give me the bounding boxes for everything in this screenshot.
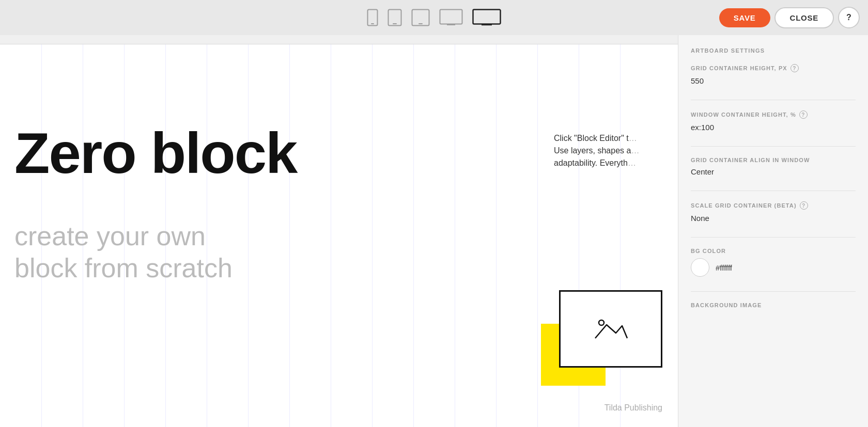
divider-2 — [691, 146, 856, 147]
preview-bordered-block — [559, 290, 662, 368]
divider-4 — [691, 237, 856, 238]
device-tablet[interactable] — [411, 9, 430, 26]
panel-field-scale: SCALE GRID CONTAINER (BETA) ? None — [691, 201, 856, 223]
divider-1 — [691, 100, 856, 100]
close-button[interactable]: CLOSE — [774, 7, 834, 28]
panel-field-value-grid-height: 550 — [691, 76, 856, 85]
panel-field-value-window-height: ex:100 — [691, 123, 856, 132]
panel-field-value-scale: None — [691, 214, 856, 223]
svg-rect-0 — [368, 10, 378, 26]
toolbar-actions: SAVE CLOSE ? — [719, 0, 868, 35]
help-icon-window-height[interactable]: ? — [799, 110, 808, 119]
canvas-area: Zero block create your own block from sc… — [0, 35, 678, 427]
description-text: Click "Block Editor" t… Use layers, shap… — [554, 132, 662, 169]
ruler — [0, 35, 678, 44]
hero-title: Zero block — [14, 124, 297, 182]
main-area: Zero block create your own block from sc… — [0, 35, 868, 427]
device-desktop-small[interactable] — [439, 9, 463, 26]
device-desktop[interactable] — [472, 9, 501, 26]
panel-field-bg-color: BG COLOR #ffffff — [691, 248, 856, 277]
divider-3 — [691, 191, 856, 191]
svg-rect-5 — [419, 23, 423, 24]
bg-color-row: #ffffff — [691, 258, 856, 277]
panel-field-label-align: GRID CONTAINER ALIGN IN WINDOW — [691, 157, 856, 163]
svg-point-12 — [599, 320, 604, 325]
right-panel: ARTBOARD SETTINGS GRID CONTAINER HEIGHT,… — [678, 35, 868, 427]
panel-field-label-bg-color: BG COLOR — [691, 248, 856, 254]
panel-field-label-scale: SCALE GRID CONTAINER (BETA) ? — [691, 201, 856, 210]
bg-color-swatch[interactable] — [691, 258, 709, 277]
panel-field-bg-image: BACKGROUND IMAGE — [691, 302, 856, 308]
svg-rect-6 — [440, 10, 462, 24]
panel-field-grid-height: GRID CONTAINER HEIGHT, PX ? 550 — [691, 64, 856, 85]
svg-rect-2 — [389, 10, 401, 26]
device-mobile-small[interactable] — [367, 9, 378, 26]
panel-field-label-grid-height: GRID CONTAINER HEIGHT, PX ? — [691, 64, 856, 72]
svg-rect-1 — [371, 23, 374, 24]
hero-subtitle: create your own block from scratch — [14, 220, 233, 284]
canvas-content: Zero block create your own block from sc… — [0, 44, 678, 427]
bg-color-hex: #ffffff — [716, 263, 732, 272]
device-mobile[interactable] — [388, 9, 402, 26]
block-preview — [541, 290, 662, 386]
save-button[interactable]: SAVE — [719, 8, 770, 27]
help-icon-scale[interactable]: ? — [800, 201, 808, 210]
svg-rect-9 — [473, 10, 501, 24]
panel-field-value-align[interactable]: Center — [691, 167, 856, 176]
panel-section-title: ARTBOARD SETTINGS — [691, 48, 856, 54]
svg-rect-3 — [393, 23, 397, 24]
panel-field-label-bg-image: BACKGROUND IMAGE — [691, 302, 856, 308]
device-switcher — [367, 9, 501, 26]
divider-5 — [691, 291, 856, 292]
help-icon-grid-height[interactable]: ? — [791, 64, 799, 72]
tilda-publishing-label: Tilda Publishing — [605, 403, 662, 413]
panel-field-window-height: WINDOW CONTAINER HEIGHT, % ? ex:100 — [691, 110, 856, 132]
toolbar: SAVE CLOSE ? — [0, 0, 868, 35]
panel-field-align: GRID CONTAINER ALIGN IN WINDOW Center — [691, 157, 856, 176]
help-button[interactable]: ? — [838, 7, 860, 28]
svg-rect-4 — [412, 10, 429, 26]
panel-field-label-window-height: WINDOW CONTAINER HEIGHT, % ? — [691, 110, 856, 119]
